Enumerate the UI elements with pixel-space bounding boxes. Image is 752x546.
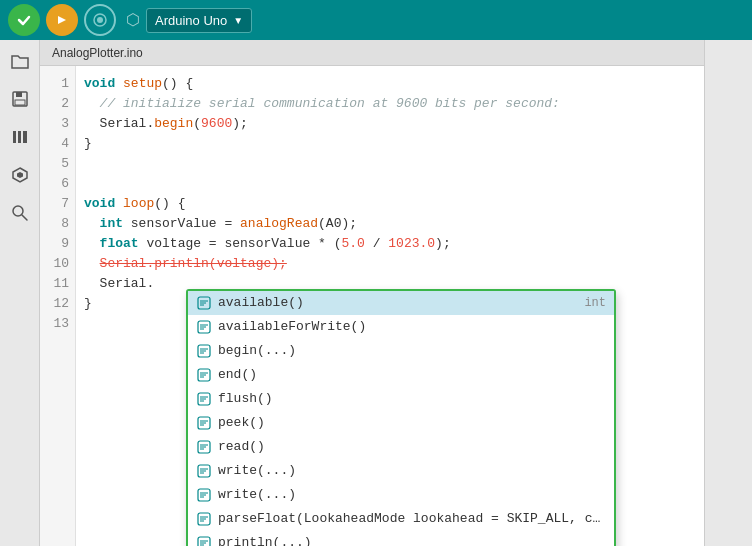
sidebar-icon-search[interactable] bbox=[7, 200, 33, 226]
autocomplete-label-write1: write(...) bbox=[218, 461, 606, 481]
autocomplete-item-parsefloat[interactable]: parseFloat(LookaheadMode lookahead = SKI… bbox=[188, 507, 614, 531]
code-line-3: Serial.begin(9600); bbox=[84, 114, 696, 134]
svg-marker-0 bbox=[58, 16, 66, 24]
svg-rect-6 bbox=[13, 131, 16, 143]
sidebar-icon-folder[interactable] bbox=[7, 48, 33, 74]
autocomplete-dropdown[interactable]: available() int bbox=[186, 289, 616, 546]
verify-button[interactable] bbox=[8, 4, 40, 36]
autocomplete-item-write2[interactable]: write(...) bbox=[188, 483, 614, 507]
toolbar: ⬡ Arduino Uno ▼ bbox=[0, 0, 752, 40]
code-line-9: float voltage = sensorValue * (5.0 / 102… bbox=[84, 234, 696, 254]
ac-icon-println bbox=[196, 535, 212, 546]
code-line-4: } bbox=[84, 134, 696, 154]
usb-icon: ⬡ bbox=[126, 10, 140, 30]
autocomplete-item-peek[interactable]: peek() bbox=[188, 411, 614, 435]
autocomplete-item-read[interactable]: read() bbox=[188, 435, 614, 459]
autocomplete-item-available[interactable]: available() int bbox=[188, 291, 614, 315]
svg-line-12 bbox=[22, 215, 27, 220]
editor-area: AnalogPlotter.ino 1 2 3 4 5 6 7 8 9 10 1… bbox=[40, 40, 704, 546]
sidebar-icon-save[interactable] bbox=[7, 86, 33, 112]
ac-icon-parsefloat bbox=[196, 511, 212, 527]
svg-rect-7 bbox=[18, 131, 21, 143]
svg-rect-8 bbox=[23, 131, 27, 143]
autocomplete-label-println: println(...) bbox=[218, 533, 606, 546]
line-numbers: 1 2 3 4 5 6 7 8 9 10 11 12 13 bbox=[40, 66, 76, 546]
code-editor[interactable]: 1 2 3 4 5 6 7 8 9 10 11 12 13 bbox=[40, 66, 704, 546]
ac-icon-availableforwrite bbox=[196, 319, 212, 335]
autocomplete-label-peek: peek() bbox=[218, 413, 606, 433]
autocomplete-label-availableforwrite: availableForWrite() bbox=[218, 317, 606, 337]
code-lines[interactable]: void setup() { // initialize serial comm… bbox=[76, 66, 704, 546]
board-selector[interactable]: Arduino Uno ▼ bbox=[146, 8, 252, 33]
sidebar-icon-boards[interactable] bbox=[7, 162, 33, 188]
file-tab-label: AnalogPlotter.ino bbox=[52, 46, 143, 60]
autocomplete-label-begin: begin(...) bbox=[218, 341, 606, 361]
ac-icon-read bbox=[196, 439, 212, 455]
code-line-7: void loop() { bbox=[84, 194, 696, 214]
ac-icon-flush bbox=[196, 391, 212, 407]
code-line-10: Serial.println(voltage); bbox=[84, 254, 696, 274]
ac-icon-end bbox=[196, 367, 212, 383]
ac-icon-peek bbox=[196, 415, 212, 431]
autocomplete-label-read: read() bbox=[218, 437, 606, 457]
ac-icon-write2 bbox=[196, 487, 212, 503]
autocomplete-item-availableforwrite[interactable]: availableForWrite() bbox=[188, 315, 614, 339]
autocomplete-label-flush: flush() bbox=[218, 389, 606, 409]
upload-button[interactable] bbox=[46, 4, 78, 36]
ac-icon-begin bbox=[196, 343, 212, 359]
autocomplete-label-available: available() bbox=[218, 293, 578, 313]
autocomplete-type-available: int bbox=[584, 293, 606, 313]
board-name: Arduino Uno bbox=[155, 13, 227, 28]
dropdown-arrow-icon: ▼ bbox=[233, 15, 243, 26]
code-line-2: // initialize serial communication at 96… bbox=[84, 94, 696, 114]
code-line-1: void setup() { bbox=[84, 74, 696, 94]
autocomplete-label-end: end() bbox=[218, 365, 606, 385]
file-tab[interactable]: AnalogPlotter.ino bbox=[40, 40, 704, 66]
autocomplete-item-begin[interactable]: begin(...) bbox=[188, 339, 614, 363]
right-panel bbox=[704, 40, 752, 546]
debug-button[interactable] bbox=[84, 4, 116, 36]
autocomplete-item-flush[interactable]: flush() bbox=[188, 387, 614, 411]
svg-rect-4 bbox=[16, 92, 22, 97]
svg-point-2 bbox=[97, 17, 103, 23]
autocomplete-label-parsefloat: parseFloat(LookaheadMode lookahead = SKI… bbox=[218, 509, 606, 529]
ac-icon-available bbox=[196, 295, 212, 311]
autocomplete-item-write1[interactable]: write(...) bbox=[188, 459, 614, 483]
autocomplete-item-end[interactable]: end() bbox=[188, 363, 614, 387]
sidebar bbox=[0, 40, 40, 546]
code-line-6 bbox=[84, 174, 696, 194]
svg-rect-5 bbox=[15, 100, 25, 105]
autocomplete-label-write2: write(...) bbox=[218, 485, 606, 505]
autocomplete-item-println[interactable]: println(...) bbox=[188, 531, 614, 546]
main-area: AnalogPlotter.ino 1 2 3 4 5 6 7 8 9 10 1… bbox=[0, 40, 752, 546]
code-line-5 bbox=[84, 154, 696, 174]
sidebar-icon-library[interactable] bbox=[7, 124, 33, 150]
svg-marker-10 bbox=[17, 172, 23, 178]
code-line-8: int sensorValue = analogRead(A0); bbox=[84, 214, 696, 234]
ac-icon-write1 bbox=[196, 463, 212, 479]
